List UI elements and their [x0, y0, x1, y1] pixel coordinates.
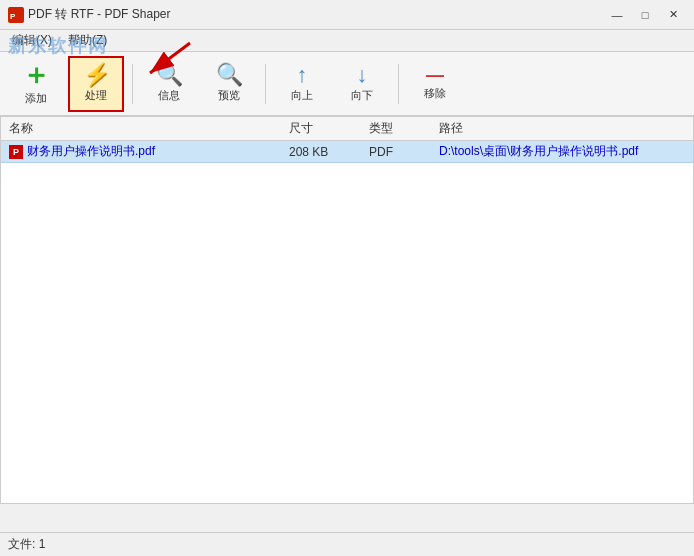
process-button[interactable]: ⚡ 处理 [68, 56, 124, 112]
process-button-label: 处理 [85, 88, 107, 103]
file-pdf-icon: P [9, 145, 23, 159]
info-button-label: 信息 [158, 88, 180, 103]
col-header-size: 尺寸 [289, 120, 369, 137]
remove-button[interactable]: — 移除 [407, 56, 463, 112]
title-controls: — □ ✕ [604, 5, 686, 25]
file-name-text: 财务用户操作说明书.pdf [27, 143, 155, 160]
maximize-button[interactable]: □ [632, 5, 658, 25]
toolbar-separator-3 [398, 64, 399, 104]
minimize-button[interactable]: — [604, 5, 630, 25]
col-header-type: 类型 [369, 120, 439, 137]
title-bar: P PDF 转 RTF - PDF Shaper — □ ✕ [0, 0, 694, 30]
table-row[interactable]: P 财务用户操作说明书.pdf 208 KB PDF D:\tools\桌面\财… [1, 141, 693, 163]
down-button[interactable]: ↓ 向下 [334, 56, 390, 112]
svg-text:P: P [10, 12, 16, 21]
up-arrow-icon: ↑ [297, 64, 308, 86]
close-button[interactable]: ✕ [660, 5, 686, 25]
info-icon: 🔍 [156, 64, 183, 86]
toolbar-separator-1 [132, 64, 133, 104]
remove-button-label: 移除 [424, 86, 446, 101]
preview-button[interactable]: 🔍 预览 [201, 56, 257, 112]
status-bar: 文件: 1 [0, 532, 694, 556]
status-text: 文件: 1 [8, 536, 45, 553]
down-button-label: 向下 [351, 88, 373, 103]
add-button[interactable]: ＋ 添加 [8, 56, 64, 112]
preview-button-label: 预览 [218, 88, 240, 103]
file-list-empty [1, 163, 693, 503]
file-row-name: P 财务用户操作说明书.pdf [9, 143, 289, 160]
info-button[interactable]: 🔍 信息 [141, 56, 197, 112]
list-header: 名称 尺寸 类型 路径 [1, 117, 693, 141]
up-button-label: 向上 [291, 88, 313, 103]
menu-edit[interactable]: 编辑(X) [4, 30, 60, 52]
window-title: PDF 转 RTF - PDF Shaper [28, 6, 170, 23]
toolbar: ＋ 添加 ⚡ 处理 🔍 信息 🔍 预览 ↑ 向上 ↓ 向下 — 移除 [0, 52, 694, 116]
col-header-name: 名称 [9, 120, 289, 137]
title-bar-left: P PDF 转 RTF - PDF Shaper [8, 6, 170, 23]
remove-icon: — [426, 66, 444, 84]
toolbar-separator-2 [265, 64, 266, 104]
add-button-label: 添加 [25, 91, 47, 106]
file-list-area: 名称 尺寸 类型 路径 P 财务用户操作说明书.pdf 208 KB PDF D… [0, 116, 694, 504]
file-type: PDF [369, 145, 439, 159]
plus-icon: ＋ [22, 61, 50, 89]
lightning-icon: ⚡ [83, 64, 110, 86]
file-path: D:\tools\桌面\财务用户操作说明书.pdf [439, 143, 685, 160]
file-size: 208 KB [289, 145, 369, 159]
menu-help[interactable]: 帮助(Z) [60, 30, 115, 52]
menu-bar: 编辑(X) 帮助(Z) [0, 30, 694, 52]
preview-icon: 🔍 [216, 64, 243, 86]
up-button[interactable]: ↑ 向上 [274, 56, 330, 112]
col-header-path: 路径 [439, 120, 685, 137]
app-icon: P [8, 7, 24, 23]
down-arrow-icon: ↓ [357, 64, 368, 86]
